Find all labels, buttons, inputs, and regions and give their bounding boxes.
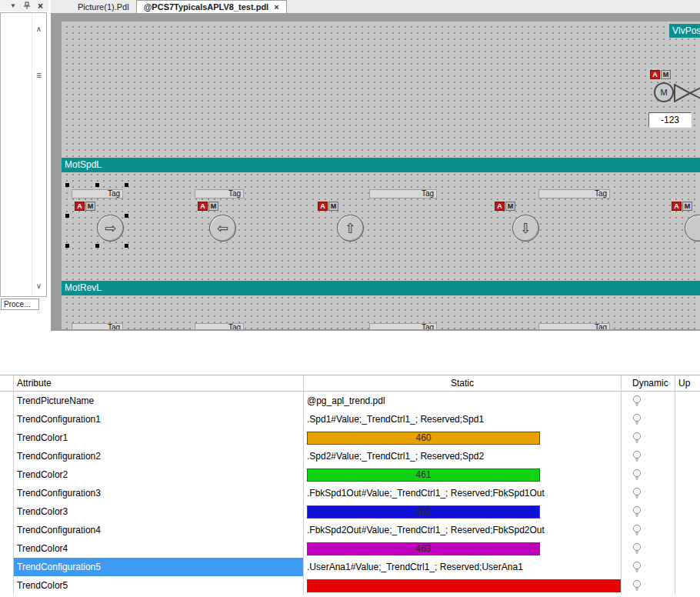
bulb-icon[interactable] xyxy=(632,542,642,555)
table-header-row: Attribute Static Dynamic Up xyxy=(0,375,700,392)
selection-handle[interactable] xyxy=(95,244,99,248)
attribute-cell[interactable]: TrendColor1 xyxy=(14,429,304,447)
static-cell[interactable]: 461 xyxy=(304,465,622,484)
attribute-cell[interactable]: TrendColor2 xyxy=(14,465,304,484)
arrow-up-button[interactable]: ⇧ xyxy=(337,215,364,242)
table-row[interactable]: TrendColor5 xyxy=(0,576,700,595)
table-row[interactable]: TrendConfiguration3 .FbkSpd1Out#Value;_T… xyxy=(0,484,700,502)
bulb-icon[interactable] xyxy=(632,395,642,407)
tab-close-icon[interactable]: × xyxy=(274,2,278,12)
bulb-icon[interactable] xyxy=(632,450,642,462)
selection-handle[interactable] xyxy=(95,183,99,187)
static-cell[interactable]: 462 xyxy=(304,502,622,521)
static-cell[interactable]: .FbkSpd2Out#Value;_TrendCtrl1_; Reserved… xyxy=(304,521,622,539)
arrow-down-button[interactable]: ⇩ xyxy=(512,215,539,242)
bulb-icon[interactable] xyxy=(632,524,642,536)
color-bar[interactable]: 463 xyxy=(307,542,540,555)
pin-icon[interactable] xyxy=(23,2,31,10)
attribute-cell[interactable]: TrendColor4 xyxy=(14,539,304,558)
bulb-icon[interactable] xyxy=(632,413,642,425)
bulb-icon[interactable] xyxy=(632,469,642,481)
motor-symbol[interactable]: M xyxy=(654,82,674,102)
table-row[interactable]: TrendConfiguration4 .FbkSpd2Out#Value;_T… xyxy=(0,521,700,539)
alarm-mode-badge[interactable]: A M xyxy=(495,202,515,211)
bulb-icon[interactable] xyxy=(632,487,642,499)
attribute-cell[interactable]: TrendPictureName xyxy=(14,392,304,410)
selection-handle[interactable] xyxy=(125,214,128,218)
table-row[interactable]: TrendPictureName @pg_apl_trend.pdl xyxy=(0,392,700,410)
motspdl-group-display[interactable]: MotSpdL xyxy=(62,158,700,172)
tag-field[interactable]: Tag xyxy=(195,189,244,198)
attribute-cell[interactable]: TrendConfiguration4 xyxy=(14,521,304,539)
selection-handle[interactable] xyxy=(125,183,128,187)
static-cell[interactable]: @pg_apl_trend.pdl xyxy=(304,392,622,410)
table-row[interactable]: TrendConfiguration1 .Spd1#Value;_TrendCt… xyxy=(0,410,700,429)
attribute-cell[interactable]: TrendConfiguration2 xyxy=(14,447,304,465)
color-bar[interactable] xyxy=(307,579,621,592)
static-cell[interactable]: .Spd1#Value;_TrendCtrl1_; Reserved;Spd1 xyxy=(304,410,622,429)
design-canvas[interactable]: VlvPosL. A M M -123 MotSpdL Tag A M ⇨ xyxy=(62,22,700,329)
close-icon[interactable]: × xyxy=(38,2,43,11)
mode-m-icon: M xyxy=(208,202,218,211)
tag-field[interactable]: Tag xyxy=(369,323,437,329)
attribute-cell[interactable]: TrendConfiguration1 xyxy=(14,410,304,429)
table-row[interactable]: TrendColor2 461 xyxy=(0,465,700,484)
table-row[interactable]: TrendColor4 463 xyxy=(0,539,700,558)
dock-tab-process[interactable]: Proce... xyxy=(1,298,39,310)
tab-label: @PCS7TypicalsAPLV8_test.pdl xyxy=(144,2,269,12)
io-value-field[interactable]: -123 xyxy=(648,112,692,128)
attribute-cell[interactable]: TrendColor5 xyxy=(14,576,304,595)
tag-field[interactable]: Tag xyxy=(72,323,123,329)
table-row-selected[interactable]: TrendConfiguration5 .UserAna1#Value;_Tre… xyxy=(0,558,700,576)
bulb-icon[interactable] xyxy=(632,505,642,518)
scroll-down-icon[interactable]: ∨ xyxy=(32,282,45,290)
tag-field[interactable]: Tag xyxy=(369,189,437,198)
motrevl-group-display[interactable]: MotRevL xyxy=(62,281,700,295)
table-row[interactable]: TrendConfiguration2 .Spd2#Value;_TrendCt… xyxy=(0,447,700,465)
mode-m-icon: M xyxy=(682,202,692,211)
static-cell[interactable]: .FbkSpd1Out#Value;_TrendCtrl1_; Reserved… xyxy=(304,484,622,502)
table-row[interactable]: TrendColor1 460 xyxy=(0,429,700,447)
alarm-mode-badge[interactable]: A M xyxy=(672,202,692,211)
attribute-cell[interactable]: TrendColor3 xyxy=(14,502,304,521)
static-cell[interactable]: 463 xyxy=(304,539,622,558)
table-row[interactable]: TrendColor3 462 xyxy=(0,502,700,521)
dock-titlebar: ▼ × xyxy=(0,0,48,12)
color-bar[interactable]: 462 xyxy=(307,505,540,519)
vlvposl-group-display[interactable]: VlvPosL. xyxy=(669,24,700,38)
scroll-thumb-grip-icon[interactable]: ≡ xyxy=(32,72,45,79)
editor-tabstrip: Picture(1).Pdl @PCS7TypicalsAPLV8_test.p… xyxy=(51,0,700,13)
arrow-button[interactable] xyxy=(685,215,700,242)
selection-handle[interactable] xyxy=(65,244,69,248)
tab-picture1[interactable]: Picture(1).Pdl xyxy=(71,1,136,13)
dropdown-icon[interactable]: ▼ xyxy=(10,3,16,9)
static-cell[interactable]: .Spd2#Value;_TrendCtrl1_; Reserved;Spd2 xyxy=(304,447,622,465)
alarm-mode-badge[interactable]: A M xyxy=(198,202,218,211)
arrow-left-button[interactable]: ⇦ xyxy=(209,215,236,242)
alarm-mode-badge[interactable]: A M xyxy=(650,70,671,79)
static-cell[interactable]: .UserAna1#Value;_TrendCtrl1_; Reserved;U… xyxy=(304,558,622,576)
bulb-icon[interactable] xyxy=(632,432,642,444)
valve-symbol[interactable] xyxy=(674,84,700,102)
color-bar[interactable]: 460 xyxy=(307,432,540,445)
tab-pcs7typicals-test[interactable]: @PCS7TypicalsAPLV8_test.pdl × xyxy=(136,0,287,13)
alarm-mode-badge[interactable]: A M xyxy=(318,202,338,211)
bulb-icon[interactable] xyxy=(632,579,642,592)
dock-list-area[interactable]: ∧ ≡ ∨ xyxy=(0,12,47,297)
tag-field[interactable]: Tag xyxy=(195,323,244,329)
tag-field[interactable]: Tag xyxy=(538,323,610,329)
tag-field[interactable]: Tag xyxy=(538,189,610,198)
scrollbar[interactable]: ∧ ≡ ∨ xyxy=(32,13,45,296)
static-cell[interactable] xyxy=(304,576,622,595)
selection-handle[interactable] xyxy=(65,183,69,187)
mode-m-icon: M xyxy=(505,202,515,211)
static-cell[interactable]: 460 xyxy=(304,429,622,447)
attribute-cell[interactable]: TrendConfiguration5 xyxy=(14,558,304,576)
selection-handle[interactable] xyxy=(125,244,128,248)
color-bar[interactable]: 461 xyxy=(307,469,540,482)
attribute-cell[interactable]: TrendConfiguration3 xyxy=(14,484,304,502)
scroll-up-icon[interactable]: ∧ xyxy=(32,25,45,33)
selection-handle[interactable] xyxy=(65,214,69,218)
column-header-static: Static xyxy=(304,375,622,391)
bulb-icon[interactable] xyxy=(632,561,642,573)
